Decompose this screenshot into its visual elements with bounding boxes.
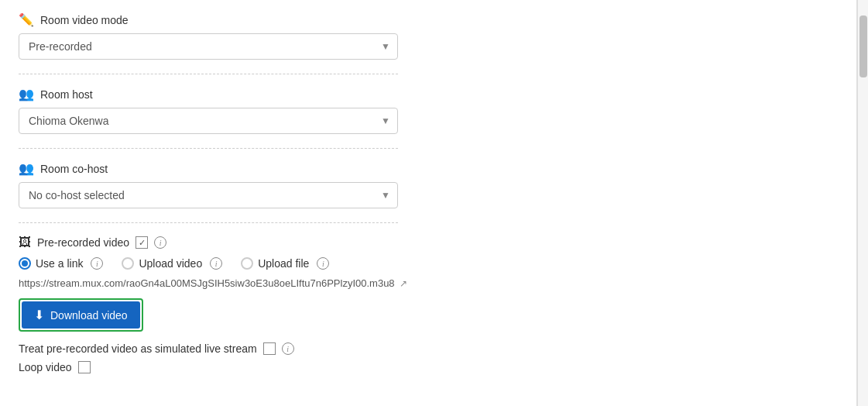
room-cohost-label: 👥 Room co-host [19, 161, 838, 176]
radio-options: Use a link i Upload video i Upload file … [19, 257, 838, 270]
pre-recorded-header: 🖼 Pre-recorded video i [19, 236, 838, 249]
room-host-label: 👥 Room host [19, 87, 838, 102]
room-video-mode-label: ✏️ Room video mode [19, 12, 838, 27]
room-cohost-select[interactable]: No co-host selected [19, 182, 398, 208]
simulate-livestream-row: Treat pre-recorded video as simulated li… [19, 342, 838, 355]
host-icon: 👥 [19, 87, 34, 102]
scrollbar-thumb[interactable] [859, 15, 867, 77]
pre-recorded-section: 🖼 Pre-recorded video i Use a link i Uplo… [19, 236, 838, 373]
download-video-button[interactable]: ⬇ Download video [22, 301, 140, 329]
use-link-info-icon[interactable]: i [91, 257, 103, 270]
upload-video-radio[interactable]: Upload video i [122, 257, 222, 270]
upload-video-radio-circle [122, 257, 134, 270]
room-cohost-select-wrapper: No co-host selected ▼ [19, 182, 398, 208]
video-url-text: https://stream.mux.com/raoGn4aL00MSJgSIH… [19, 277, 395, 289]
video-url-row: https://stream.mux.com/raoGn4aL00MSJgSIH… [19, 277, 838, 289]
room-video-mode-select[interactable]: Pre-recorded Live stream Screen share [19, 33, 398, 60]
divider-3 [19, 222, 398, 223]
upload-file-radio[interactable]: Upload file i [241, 257, 329, 270]
use-link-radio[interactable]: Use a link i [19, 257, 103, 270]
upload-file-info-icon[interactable]: i [317, 257, 329, 270]
room-cohost-section: 👥 Room co-host No co-host selected ▼ [19, 161, 838, 208]
simulate-livestream-checkbox[interactable] [263, 342, 276, 355]
loop-video-label: Loop video [19, 361, 72, 373]
upload-file-radio-circle [241, 257, 253, 270]
cohost-icon: 👥 [19, 161, 34, 176]
loop-video-row: Loop video [19, 361, 838, 373]
room-video-mode-select-wrapper: Pre-recorded Live stream Screen share ▼ [19, 33, 398, 60]
room-host-section: 👥 Room host Chioma Okenwa Other host ▼ [19, 87, 838, 134]
room-video-mode-section: ✏️ Room video mode Pre-recorded Live str… [19, 12, 838, 60]
page-container: ✏️ Room video mode Pre-recorded Live str… [0, 0, 868, 406]
use-link-radio-circle [19, 257, 31, 270]
pre-recorded-info-icon[interactable]: i [154, 236, 166, 249]
divider-2 [19, 148, 398, 149]
scrollbar [857, 0, 868, 406]
video-file-icon: 🖼 [19, 236, 31, 249]
bottom-options: Treat pre-recorded video as simulated li… [19, 342, 838, 373]
simulate-info-icon[interactable]: i [282, 342, 294, 355]
main-content: ✏️ Room video mode Pre-recorded Live str… [0, 0, 857, 406]
divider-1 [19, 74, 398, 74]
external-link-icon[interactable]: ↗ [400, 278, 407, 289]
room-host-select[interactable]: Chioma Okenwa Other host [19, 108, 398, 134]
simulate-livestream-label: Treat pre-recorded video as simulated li… [19, 342, 257, 355]
room-host-select-wrapper: Chioma Okenwa Other host ▼ [19, 108, 398, 134]
download-btn-wrapper: ⬇ Download video [19, 298, 143, 332]
loop-video-checkbox[interactable] [78, 361, 91, 373]
pre-recorded-checkbox[interactable] [136, 236, 148, 249]
video-mode-icon: ✏️ [19, 12, 34, 27]
upload-video-info-icon[interactable]: i [210, 257, 222, 270]
download-icon: ⬇ [34, 308, 44, 322]
